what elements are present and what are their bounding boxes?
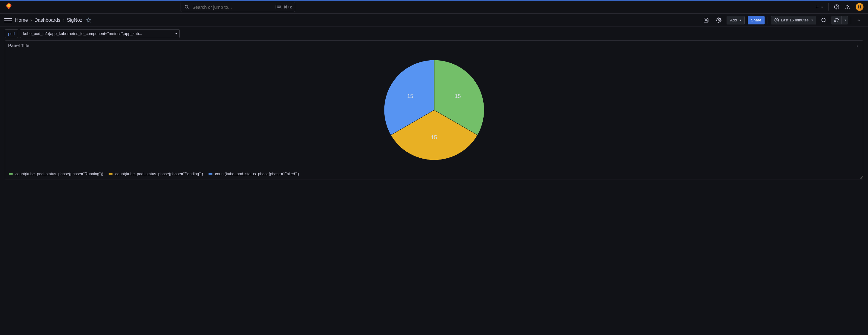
settings-icon[interactable]	[714, 16, 723, 24]
panel-title: Panel Title	[8, 43, 29, 48]
pie-slice-label: 15	[455, 93, 461, 99]
time-picker: Last 15 minutes ▾	[771, 16, 816, 24]
chevron-down-icon: ▾	[811, 19, 813, 22]
chevron-down-icon: ▾	[176, 32, 177, 35]
search-input[interactable]	[192, 4, 273, 10]
variable-label[interactable]: pod	[5, 29, 18, 38]
news-icon[interactable]	[845, 4, 850, 10]
legend-swatch	[9, 173, 13, 175]
divider	[828, 3, 829, 10]
breadcrumb: Home › Dashboards › SigNoz	[15, 18, 91, 23]
breadcrumb-current: SigNoz	[67, 18, 83, 23]
refresh-interval-button[interactable]: ▾	[841, 16, 848, 24]
variable-row: pod kube_pod_info{app_kubernetes_io_comp…	[0, 27, 868, 40]
legend-label: count(kube_pod_status_phase{phase="Pendi…	[115, 172, 203, 176]
chevron-down-icon: ▾	[844, 19, 846, 22]
variable-value: kube_pod_info{app_kubernetes_io_componen…	[23, 31, 142, 36]
add-menu[interactable]: ▾	[815, 4, 823, 9]
menu-toggle-icon[interactable]	[4, 16, 12, 24]
pie-slice-label: 15	[407, 93, 413, 99]
share-button[interactable]: Share	[748, 16, 765, 24]
legend-label: count(kube_pod_status_phase{phase="Runni…	[16, 172, 103, 176]
panel-body: 151515	[5, 50, 863, 170]
time-range-label: Last 15 minutes	[781, 18, 809, 22]
top-nav-left	[4, 3, 13, 11]
add-button-label: Add	[730, 18, 737, 22]
chevron-right-icon: ›	[63, 18, 64, 23]
time-range-button[interactable]: Last 15 minutes ▾	[771, 16, 816, 24]
panel-grid: Panel Title 151515 count(kube_pod_status…	[5, 40, 863, 179]
legend-label: count(kube_pod_status_phase{phase="Faile…	[215, 172, 299, 176]
zoom-out-icon[interactable]	[819, 16, 829, 24]
variable-select[interactable]: kube_pod_info{app_kubernetes_io_componen…	[20, 29, 180, 38]
svg-line-11	[825, 21, 826, 22]
shortcut-label: ⌘+k	[284, 5, 292, 9]
top-nav-right: ▾ H	[815, 3, 864, 11]
breadcrumb-home[interactable]: Home	[15, 18, 28, 23]
svg-point-14	[857, 45, 858, 45]
legend-item-running[interactable]: count(kube_pod_status_phase{phase="Runni…	[9, 172, 103, 176]
keyboard-icon: ⌨	[276, 5, 282, 9]
refresh-button[interactable]	[832, 16, 841, 24]
chevron-right-icon: ›	[30, 18, 32, 23]
svg-point-0	[185, 5, 188, 8]
divider	[851, 17, 851, 24]
chart-legend: count(kube_pod_status_phase{phase="Runni…	[5, 170, 863, 179]
user-avatar[interactable]: H	[856, 3, 864, 11]
chevron-down-icon: ▾	[821, 5, 823, 9]
pie-slice-label: 15	[431, 134, 437, 141]
legend-swatch	[108, 173, 113, 175]
breadcrumb-dashboards[interactable]: Dashboards	[34, 18, 60, 23]
toolbar-left: Home › Dashboards › SigNoz	[4, 16, 91, 24]
top-nav: ⌨ ⌘+k ▾ H	[0, 0, 868, 13]
divider	[768, 17, 768, 24]
svg-point-13	[857, 44, 858, 44]
chevron-down-icon: ▾	[740, 19, 741, 22]
svg-line-1	[188, 8, 188, 9]
svg-point-6	[846, 8, 846, 9]
legend-item-pending[interactable]: count(kube_pod_status_phase{phase="Pendi…	[108, 172, 203, 176]
share-button-label: Share	[751, 18, 762, 22]
clock-icon	[774, 18, 779, 23]
dashboard-toolbar: Home › Dashboards › SigNoz Add ▾ Share	[0, 13, 868, 27]
panel-resize-handle[interactable]	[860, 176, 863, 179]
panel: Panel Title 151515 count(kube_pod_status…	[5, 40, 863, 179]
grafana-logo-icon[interactable]	[4, 3, 13, 11]
svg-point-8	[718, 19, 720, 21]
refresh-icon	[834, 18, 839, 23]
legend-swatch	[208, 173, 213, 175]
add-button[interactable]: Add ▾	[726, 16, 744, 24]
collapse-icon[interactable]	[854, 16, 864, 24]
panel-header[interactable]: Panel Title	[5, 41, 863, 50]
search-shortcut: ⌨ ⌘+k	[276, 5, 292, 9]
help-icon[interactable]	[834, 4, 839, 10]
global-search[interactable]: ⌨ ⌘+k	[181, 2, 295, 12]
panel-menu-icon[interactable]	[855, 42, 860, 48]
refresh-group: ▾	[832, 16, 848, 24]
variable-label-text: pod	[8, 31, 15, 36]
legend-item-failed[interactable]: count(kube_pod_status_phase{phase="Faile…	[208, 172, 299, 176]
search-icon	[184, 4, 189, 10]
svg-point-5	[837, 8, 837, 8]
svg-marker-7	[87, 18, 91, 22]
pie-chart[interactable]: 151515	[384, 60, 484, 160]
toolbar-right: Add ▾ Share Last 15 minutes ▾ ▾	[701, 16, 864, 24]
star-icon[interactable]	[86, 18, 91, 23]
svg-point-15	[857, 46, 858, 47]
save-dashboard-icon[interactable]	[701, 16, 711, 24]
